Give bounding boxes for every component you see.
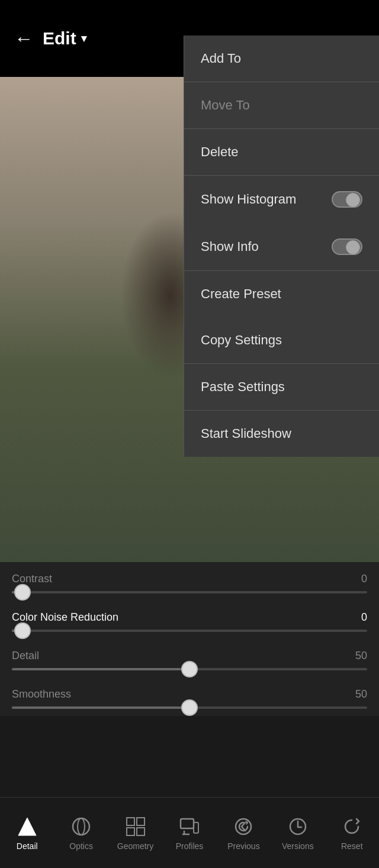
svg-point-2 xyxy=(78,818,85,835)
contrast-slider-row: Contrast 0 xyxy=(12,562,367,601)
nav-item-versions[interactable]: Versions xyxy=(271,815,325,851)
detail-track[interactable] xyxy=(12,668,367,670)
menu-item-copy-settings[interactable]: Copy Settings xyxy=(184,317,379,363)
controls-panel: Contrast 0 Color Noise Reduction 0 Detai… xyxy=(0,562,379,716)
edit-title-group: Edit ▾ xyxy=(43,28,86,49)
nav-label-optics: Optics xyxy=(69,841,93,851)
nav-label-versions: Versions xyxy=(282,841,314,851)
menu-item-delete[interactable]: Delete xyxy=(184,129,379,175)
profiles-icon xyxy=(178,815,201,838)
smoothness-fill xyxy=(12,706,190,709)
contrast-thumb[interactable] xyxy=(14,584,31,601)
contrast-label: Contrast xyxy=(12,573,52,585)
nav-item-geometry[interactable]: Geometry xyxy=(108,815,162,851)
smoothness-label-row: Smoothness 50 xyxy=(12,688,367,701)
menu-item-add-to[interactable]: Add To xyxy=(184,36,379,82)
nav-label-geometry: Geometry xyxy=(117,841,153,851)
svg-marker-0 xyxy=(18,818,36,835)
color-noise-value: 0 xyxy=(361,611,367,624)
back-button[interactable]: ← xyxy=(14,28,33,50)
color-noise-thumb[interactable] xyxy=(14,622,31,639)
contrast-track[interactable] xyxy=(12,591,367,593)
smoothness-value: 50 xyxy=(355,688,367,701)
svg-rect-7 xyxy=(181,819,194,828)
color-noise-label: Color Noise Reduction xyxy=(12,611,118,624)
bottom-navigation: Detail Optics Geometry xyxy=(0,797,379,868)
show-histogram-toggle[interactable] xyxy=(332,191,362,208)
detail-thumb[interactable] xyxy=(181,661,198,677)
menu-item-start-slideshow[interactable]: Start Slideshow xyxy=(184,411,379,457)
nav-label-detail: Detail xyxy=(17,841,38,851)
nav-item-detail[interactable]: Detail xyxy=(0,815,54,851)
nav-item-optics[interactable]: Optics xyxy=(54,815,108,851)
color-noise-slider-row: Color Noise Reduction 0 xyxy=(12,601,367,639)
nav-item-previous[interactable]: Previous xyxy=(217,815,271,851)
detail-label-row: Detail 50 xyxy=(12,650,367,662)
smoothness-thumb[interactable] xyxy=(181,699,198,716)
smoothness-slider-row: Smoothness 50 xyxy=(12,677,367,716)
nav-item-profiles[interactable]: Profiles xyxy=(162,815,216,851)
detail-value: 50 xyxy=(355,650,367,662)
menu-item-paste-settings[interactable]: Paste Settings xyxy=(184,364,379,410)
geometry-icon xyxy=(124,815,147,838)
svg-point-11 xyxy=(236,819,251,834)
nav-label-reset: Reset xyxy=(341,841,363,851)
contrast-value: 0 xyxy=(361,573,367,585)
menu-item-create-preset[interactable]: Create Preset xyxy=(184,271,379,317)
nav-label-profiles: Profiles xyxy=(176,841,204,851)
detail-fill xyxy=(12,668,190,670)
svg-rect-6 xyxy=(137,828,144,835)
svg-point-1 xyxy=(73,818,89,835)
versions-icon xyxy=(287,815,309,838)
detail-icon xyxy=(16,815,38,838)
previous-icon xyxy=(232,815,255,838)
nav-item-reset[interactable]: Reset xyxy=(325,815,379,851)
detail-label: Detail xyxy=(12,650,39,662)
show-info-toggle[interactable] xyxy=(332,238,362,255)
svg-rect-5 xyxy=(127,828,134,835)
color-noise-label-row: Color Noise Reduction 0 xyxy=(12,611,367,624)
smoothness-label: Smoothness xyxy=(12,688,71,701)
detail-slider-row: Detail 50 xyxy=(12,639,367,677)
nav-label-previous: Previous xyxy=(227,841,259,851)
menu-item-show-histogram[interactable]: Show Histogram xyxy=(184,176,379,223)
optics-icon xyxy=(70,815,92,838)
menu-item-move-to: Move To xyxy=(184,82,379,128)
menu-item-show-info[interactable]: Show Info xyxy=(184,223,379,270)
dropdown-caret[interactable]: ▾ xyxy=(81,32,86,45)
contrast-label-row: Contrast 0 xyxy=(12,573,367,585)
svg-rect-4 xyxy=(137,818,144,825)
dropdown-menu: Add To Move To Delete Show Histogram Sho… xyxy=(184,36,379,457)
smoothness-track[interactable] xyxy=(12,706,367,709)
svg-rect-3 xyxy=(127,818,134,825)
color-noise-track[interactable] xyxy=(12,630,367,632)
edit-label: Edit xyxy=(43,28,76,49)
reset-icon xyxy=(341,815,363,838)
